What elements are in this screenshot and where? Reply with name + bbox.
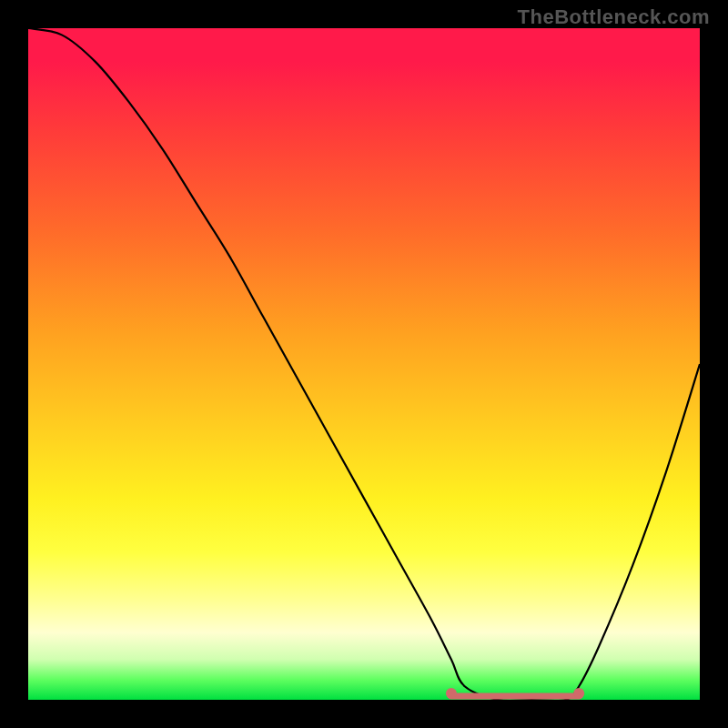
bottleneck-curve bbox=[28, 28, 700, 700]
plot-area bbox=[28, 28, 700, 700]
optimal-region-start-dot bbox=[446, 688, 457, 699]
watermark-text: TheBottleneck.com bbox=[518, 5, 710, 29]
curve-svg bbox=[28, 28, 700, 700]
optimal-region-end-dot bbox=[573, 688, 584, 699]
chart-container: TheBottleneck.com bbox=[0, 0, 728, 728]
